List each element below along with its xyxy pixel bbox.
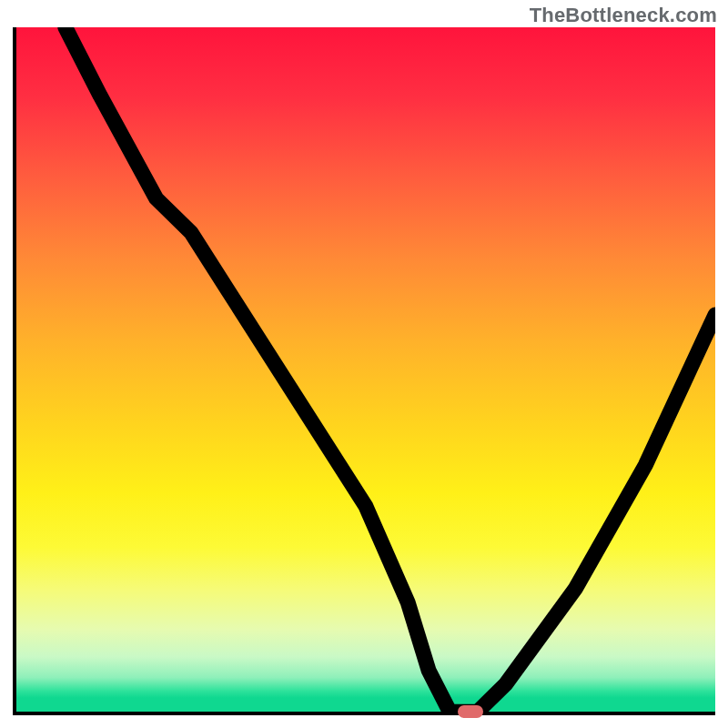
watermark-text: TheBottleneck.com bbox=[530, 4, 717, 27]
chart-container: TheBottleneck.com bbox=[0, 0, 728, 728]
curve-layer bbox=[16, 27, 715, 712]
optimal-point-marker bbox=[458, 705, 483, 718]
bottleneck-curve-path bbox=[66, 27, 715, 712]
plot-area bbox=[13, 27, 715, 715]
